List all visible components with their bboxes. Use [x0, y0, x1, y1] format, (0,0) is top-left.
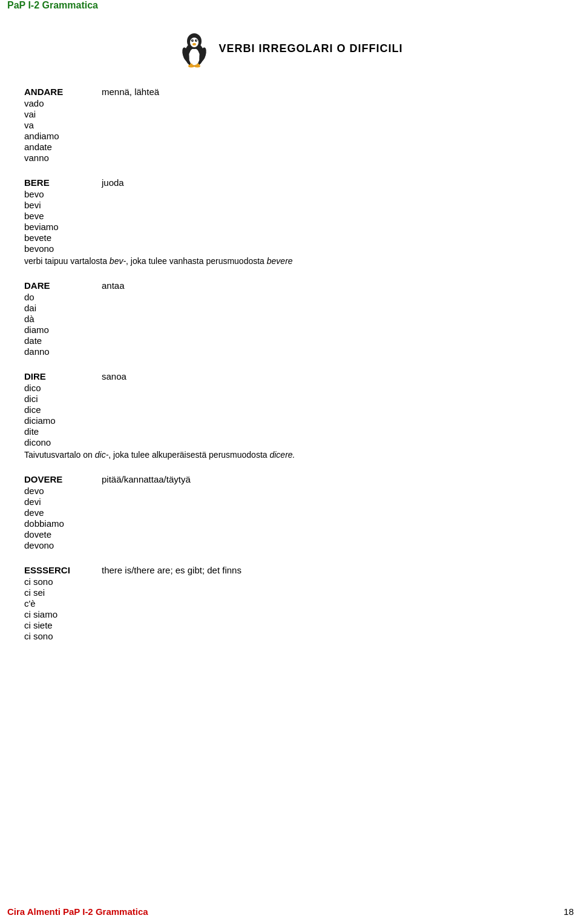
bere-note: verbi taipuu vartalosta bev-, joka tulee…	[24, 256, 557, 266]
footer-page-number: 18	[563, 906, 574, 917]
svg-point-7	[196, 40, 197, 41]
verb-form: dobbiamo	[24, 518, 557, 529]
verb-form: dovete	[24, 529, 557, 540]
verb-form: ci siete	[24, 620, 557, 630]
verb-form: devi	[24, 497, 557, 507]
verb-form: bevete	[24, 233, 557, 243]
verb-form: danno	[24, 346, 557, 357]
page-title-text: VERBI IRREGOLARI O DIFFICILI	[218, 42, 402, 55]
dire-note: Taivutusvartalo on dic-, joka tulee alku…	[24, 450, 557, 460]
verb-form: vado	[24, 98, 557, 108]
svg-rect-14	[197, 64, 199, 67]
verb-form: andate	[24, 142, 557, 152]
verb-block-dare: DARE antaa do dai dà diamo date danno	[24, 280, 557, 357]
verb-form: deve	[24, 507, 557, 518]
verb-label-bere: BERE	[24, 177, 97, 188]
verb-form: dai	[24, 303, 557, 313]
verb-label-dovere: DOVERE	[24, 474, 97, 484]
verb-label-dire: DIRE	[24, 371, 97, 381]
verb-form: devono	[24, 540, 557, 550]
svg-point-6	[192, 40, 193, 41]
verb-form: dite	[24, 426, 557, 437]
svg-rect-13	[190, 64, 192, 67]
verb-label-dare: DARE	[24, 280, 97, 291]
verb-form: vai	[24, 109, 557, 119]
verb-form: beviamo	[24, 222, 557, 232]
svg-point-8	[192, 43, 196, 45]
verb-form: diamo	[24, 325, 557, 335]
verb-form: andiamo	[24, 131, 557, 141]
verb-form: vanno	[24, 153, 557, 163]
page-title-area: VERBI IRREGOLARI O DIFFICILI	[0, 29, 581, 68]
verb-form: bevo	[24, 189, 557, 199]
verb-form: ci sono	[24, 576, 557, 587]
verb-block-bere: BERE juoda bevo bevi beve beviamo bevete…	[24, 177, 557, 266]
verb-form: beve	[24, 211, 557, 221]
verb-form: ci sei	[24, 587, 557, 598]
footer: Cira Almenti PaP I-2 Grammatica 18	[0, 906, 581, 917]
svg-point-5	[195, 39, 197, 42]
verb-form: dà	[24, 314, 557, 324]
header-title: PaP I-2 Grammatica	[0, 0, 105, 15]
verb-translation-dovere: pitää/kannattaa/täytyä	[102, 474, 191, 484]
verb-block-andare: ANDARE mennä, lähteä vado vai va andiamo…	[24, 87, 557, 163]
footer-left-text: Cira Almenti PaP I-2 Grammatica	[7, 906, 148, 917]
content-area: ANDARE mennä, lähteä vado vai va andiamo…	[0, 87, 581, 692]
verb-translation-dire: sanoa	[102, 371, 126, 381]
svg-point-4	[191, 39, 194, 42]
penguin-icon	[178, 29, 211, 68]
svg-point-3	[190, 38, 199, 47]
header: PaP I-2 Grammatica	[0, 0, 581, 11]
verb-label-andare: ANDARE	[24, 87, 97, 97]
verb-form: ci sono	[24, 631, 557, 641]
verb-label-essserci: ESSSERCI	[24, 565, 97, 575]
verb-form: dice	[24, 404, 557, 415]
verb-form: diciamo	[24, 415, 557, 426]
verb-form: dico	[24, 383, 557, 393]
verb-form: dici	[24, 394, 557, 404]
verb-translation-essserci: there is/there are; es gibt; det finns	[102, 565, 241, 575]
verb-form: dicono	[24, 437, 557, 447]
verb-form: devo	[24, 486, 557, 496]
verb-form: bevi	[24, 200, 557, 210]
verb-form: bevono	[24, 243, 557, 254]
verb-form: c'è	[24, 598, 557, 609]
verb-translation-andare: mennä, lähteä	[102, 87, 159, 97]
verb-form: ci siamo	[24, 609, 557, 619]
svg-point-1	[189, 48, 200, 65]
verb-block-dire: DIRE sanoa dico dici dice diciamo dite d…	[24, 371, 557, 460]
verb-form: do	[24, 292, 557, 302]
verb-form: date	[24, 335, 557, 346]
verb-translation-bere: juoda	[102, 177, 124, 188]
verb-translation-dare: antaa	[102, 280, 125, 291]
verb-block-dovere: DOVERE pitää/kannattaa/täytyä devo devi …	[24, 474, 557, 550]
verb-block-essserci: ESSSERCI there is/there are; es gibt; de…	[24, 565, 557, 641]
verb-form: va	[24, 120, 557, 130]
